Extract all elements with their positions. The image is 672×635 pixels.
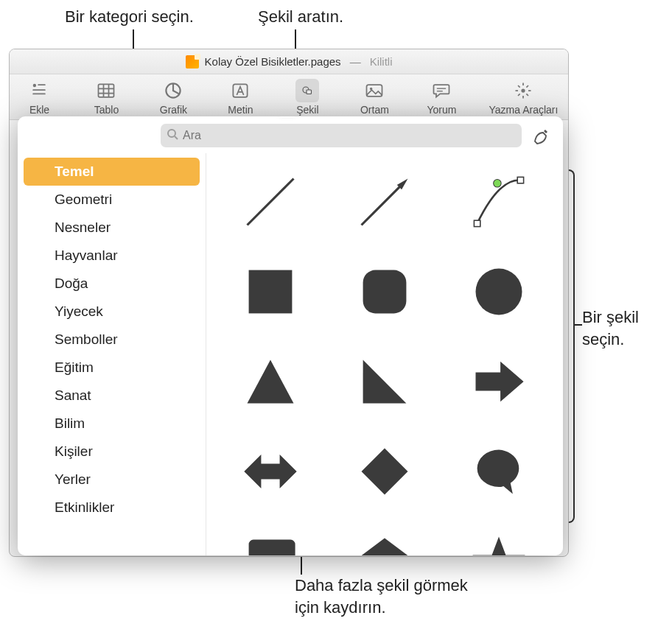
- category-item-sanat[interactable]: Sanat: [18, 382, 206, 410]
- table-icon: [94, 79, 118, 102]
- category-item-doga[interactable]: Doğa: [18, 270, 206, 298]
- svg-marker-41: [361, 449, 407, 495]
- svg-rect-16: [437, 91, 443, 91]
- toolbar-text[interactable]: Metin: [217, 77, 265, 116]
- document-title: Kolay Özel Bisikletler.pages: [205, 55, 341, 68]
- toolbar-insert[interactable]: Ekle: [15, 77, 63, 116]
- category-item-nesneler[interactable]: Nesneler: [18, 214, 206, 242]
- toolbar-shape[interactable]: Şekil: [284, 77, 332, 116]
- toolbar-label: Metin: [228, 104, 253, 116]
- toolbar-label: Şekil: [296, 104, 318, 116]
- chart-icon: [161, 79, 185, 102]
- svg-rect-35: [363, 270, 407, 314]
- svg-marker-39: [475, 362, 523, 402]
- popover-body: Temel Geometri Nesneler Hayvanlar Doğa Y…: [18, 153, 563, 555]
- category-item-yerler[interactable]: Yerler: [18, 466, 206, 494]
- category-item-bilim[interactable]: Bilim: [18, 410, 206, 438]
- category-item-kisiler[interactable]: Kişiler: [18, 438, 206, 466]
- search-row: [18, 116, 563, 153]
- shape-right-triangle[interactable]: [351, 348, 419, 415]
- shape-grid[interactable]: [206, 153, 563, 555]
- insert-icon: [27, 79, 51, 102]
- callout-shape-label: Bir şekil seçin.: [582, 306, 671, 350]
- toolbar-table[interactable]: Tablo: [83, 77, 130, 116]
- search-input[interactable]: [183, 129, 516, 142]
- callout-line: [575, 324, 582, 326]
- shape-line[interactable]: [237, 168, 304, 236]
- svg-point-26: [168, 130, 175, 137]
- shape-circle[interactable]: [465, 258, 533, 326]
- shape-callout-left[interactable]: [237, 527, 304, 555]
- toolbar-label: Ortam: [360, 104, 389, 116]
- toolbar-media[interactable]: Ortam: [351, 77, 399, 116]
- toolbar-label: Ekle: [29, 104, 49, 116]
- shape-triangle[interactable]: [237, 348, 304, 415]
- svg-marker-43: [472, 536, 525, 555]
- svg-rect-13: [367, 85, 382, 97]
- category-item-etkinlikler[interactable]: Etkinlikler: [18, 494, 206, 522]
- svg-rect-32: [517, 177, 523, 183]
- shape-star[interactable]: [465, 527, 533, 555]
- svg-rect-12: [307, 90, 312, 94]
- draw-shape-button[interactable]: [531, 124, 553, 147]
- svg-marker-37: [248, 360, 294, 404]
- toolbar-comment[interactable]: Yorum: [418, 77, 466, 116]
- shape-square[interactable]: [237, 258, 304, 326]
- svg-marker-38: [363, 360, 407, 404]
- category-item-geometri[interactable]: Geometri: [18, 186, 206, 214]
- toolbar-label: Grafik: [160, 104, 187, 116]
- shape-rounded-square[interactable]: [351, 258, 419, 326]
- svg-marker-40: [245, 455, 297, 488]
- shape-curve[interactable]: [465, 168, 533, 236]
- toolbar-label: Tablo: [94, 104, 119, 116]
- shape-arrow-leftright[interactable]: [237, 438, 304, 505]
- category-item-yiyecek[interactable]: Yiyecek: [18, 298, 206, 326]
- category-item-semboller[interactable]: Semboller: [18, 326, 206, 354]
- svg-point-33: [493, 180, 501, 188]
- shape-arrow-line[interactable]: [351, 168, 419, 236]
- shape-speech-bubble[interactable]: [465, 438, 533, 505]
- callout-search-label: Şekil aratın.: [258, 6, 343, 28]
- svg-line-27: [175, 136, 178, 139]
- category-item-temel[interactable]: Temel: [24, 158, 200, 186]
- title-separator: —: [350, 55, 361, 68]
- svg-marker-42: [360, 538, 409, 556]
- shape-diamond[interactable]: [351, 438, 419, 505]
- category-item-hayvanlar[interactable]: Hayvanlar: [18, 242, 206, 270]
- category-sidebar[interactable]: Temel Geometri Nesneler Hayvanlar Doğa Y…: [18, 153, 206, 555]
- document-icon: [186, 55, 199, 69]
- text-icon: [228, 79, 252, 102]
- svg-rect-4: [99, 84, 114, 97]
- shape-icon: [295, 79, 319, 102]
- shape-arrow-right[interactable]: [465, 348, 533, 415]
- svg-point-17: [522, 88, 525, 92]
- svg-line-24: [527, 85, 529, 88]
- shape-pentagon[interactable]: [351, 527, 419, 555]
- toolbar: Ekle Tablo Grafik Metin Şekil: [10, 74, 568, 120]
- titlebar: Kolay Özel Bisikletler.pages — Kilitli: [10, 49, 568, 74]
- comment-icon: [430, 79, 453, 102]
- svg-line-25: [518, 94, 520, 96]
- search-box[interactable]: [161, 124, 522, 147]
- svg-rect-1: [38, 84, 46, 85]
- writing-tools-icon: [511, 79, 535, 102]
- search-icon: [167, 128, 178, 143]
- svg-line-22: [518, 85, 520, 88]
- svg-point-36: [475, 269, 522, 315]
- svg-rect-34: [249, 270, 293, 314]
- svg-rect-2: [33, 89, 46, 91]
- toolbar-label: Yorum: [427, 104, 456, 116]
- svg-line-29: [361, 185, 402, 225]
- toolbar-chart[interactable]: Grafik: [150, 77, 197, 116]
- svg-rect-3: [33, 94, 46, 95]
- toolbar-writing-tools[interactable]: Yazma Araçları: [485, 77, 562, 116]
- svg-point-0: [33, 84, 36, 87]
- svg-line-23: [527, 94, 529, 96]
- media-icon: [363, 79, 386, 102]
- callout-category-label: Bir kategori seçin.: [65, 6, 194, 28]
- callout-scroll-label: Daha fazla şekil görmek için kaydırın.: [295, 575, 486, 618]
- svg-rect-15: [437, 88, 446, 89]
- toolbar-label: Yazma Araçları: [489, 104, 559, 116]
- svg-rect-31: [474, 220, 480, 226]
- category-item-egitim[interactable]: Eğitim: [18, 354, 206, 382]
